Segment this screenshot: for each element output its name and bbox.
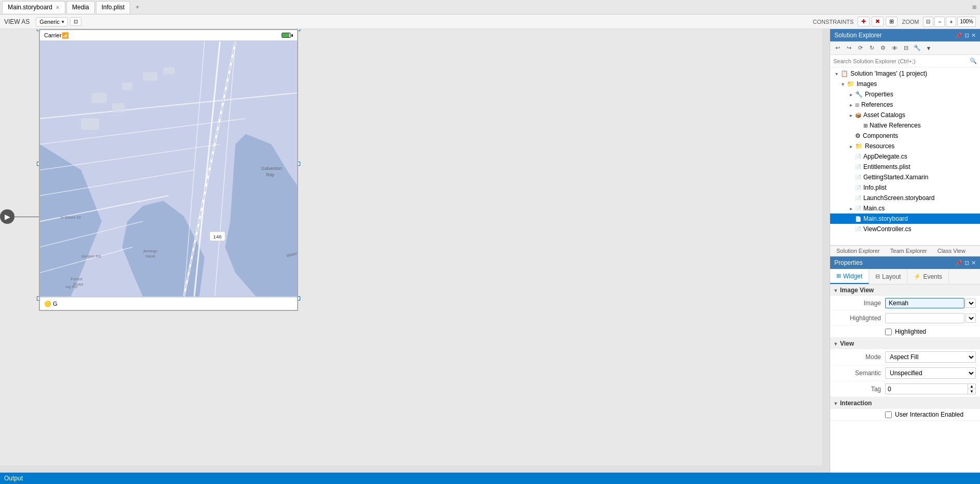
constraints-add-button[interactable]: ✚ [858, 17, 870, 26]
mode-select[interactable]: Aspect Fill Aspect Fit Scale To Fill [885, 351, 976, 363]
image-select[interactable] [965, 298, 976, 308]
se-search-input[interactable] [833, 58, 970, 64]
prop-section-view-header[interactable]: ▾ View [830, 338, 980, 349]
tree-expand-main-cs[interactable] [847, 204, 855, 212]
zoom-in-button[interactable]: + [946, 17, 956, 27]
main-area: ▶ Carrier 📶 [0, 29, 980, 473]
tab-main-storyboard[interactable]: Main.storyboard ✕ [2, 1, 65, 13]
constraints-remove-button[interactable]: ✖ [872, 17, 884, 26]
se-wrench-button[interactable]: 🔧 [912, 43, 922, 53]
tree-item-main-storyboard[interactable]: 📄 Main.storyboard [830, 213, 980, 224]
tree-item-resources[interactable]: 📁 Resources [830, 141, 980, 151]
svg-text:Jennings: Jennings [143, 249, 157, 253]
tag-decrement-button[interactable]: ▼ [968, 389, 975, 394]
view-expand-icon: ▾ [834, 341, 837, 347]
tree-item-viewcontroller[interactable]: 📄 ViewController.cs [830, 224, 980, 234]
se-tab-team-explorer[interactable]: Team Explorer [886, 247, 931, 255]
viewcontroller-icon: 📄 [855, 226, 861, 232]
prop-section-interaction-header[interactable]: ▾ Interaction [830, 397, 980, 409]
tab-media[interactable]: Media [66, 1, 95, 13]
tag-increment-button[interactable]: ▲ [968, 384, 975, 389]
tree-expand-native-references [855, 121, 863, 130]
tree-expand-solution[interactable] [832, 69, 841, 78]
se-tab-solution-explorer[interactable]: Solution Explorer [832, 247, 884, 255]
prop-tab-widget[interactable]: ⊞ Widget [830, 269, 869, 284]
tree-item-launchscreen[interactable]: 📄 LaunchScreen.storyboard [830, 193, 980, 203]
tree-expand-resources[interactable] [847, 142, 855, 150]
constraints-label: CONSTRAINTS [813, 19, 854, 25]
tree-item-native-references[interactable]: ⊞ Native References [830, 120, 980, 131]
view-as-select[interactable]: Generic ▾ [36, 17, 68, 26]
device-frame[interactable]: Carrier 📶 [39, 29, 298, 311]
zoom-fit-button[interactable]: ⊡ [923, 17, 933, 27]
maximize-icon[interactable]: ⊡ [964, 32, 969, 39]
tree-item-solution[interactable]: 📋 Solution 'Images' (1 project) [830, 68, 980, 79]
se-bottom-tabs: Solution Explorer Team Explorer Class Vi… [830, 246, 980, 257]
resources-icon: 📁 [855, 143, 863, 150]
panel-collapse-button[interactable]: ⊞ [971, 4, 978, 10]
se-show-all-button[interactable]: 👁 [889, 43, 900, 53]
tree-expand-images[interactable] [838, 80, 847, 88]
highlighted-checkbox[interactable] [885, 329, 892, 335]
close-panel-icon[interactable]: ✕ [971, 32, 976, 39]
tab-main-storyboard-close[interactable]: ✕ [55, 5, 60, 10]
prop-tab-events[interactable]: ⚡ Events [907, 269, 949, 284]
prop-section-image-view-header[interactable]: ▾ Image View [830, 284, 980, 296]
tree-item-images[interactable]: 📁 Images [830, 79, 980, 89]
tag-input[interactable] [886, 385, 968, 394]
semantic-select[interactable]: Unspecified [885, 367, 976, 379]
tab-info-plist[interactable]: Info.plist [96, 1, 131, 13]
properties-label: Properties [865, 91, 893, 98]
tree-item-entitlements[interactable]: 📄 Entitlements.plist [830, 162, 980, 172]
horizontal-scrollbar[interactable] [0, 465, 830, 473]
aspect-ratio-button[interactable]: ⊡ [70, 17, 81, 26]
tree-expand-properties[interactable] [847, 90, 855, 98]
launchscreen-icon: 📄 [855, 195, 861, 201]
tree-item-main-cs[interactable]: 📄 Main.cs [830, 203, 980, 213]
new-tab-button[interactable]: + [131, 3, 143, 12]
info-plist-label: Info.plist [863, 184, 887, 191]
tree-expand-references[interactable] [847, 101, 855, 109]
se-properties-button[interactable]: ⚙ [878, 43, 888, 53]
se-sync-button[interactable]: ⟳ [855, 43, 865, 53]
prop-maximize-icon[interactable]: ⊡ [964, 260, 969, 266]
solution-label: Solution 'Images' (1 project) [850, 70, 927, 77]
vertical-scrollbar[interactable] [822, 29, 830, 465]
se-refresh-button[interactable]: ↻ [866, 43, 877, 53]
tree-item-app-delegate[interactable]: 📄 AppDelegate.cs [830, 151, 980, 162]
se-filter-button[interactable]: ⊟ [901, 43, 911, 53]
se-back-button[interactable]: ↩ [832, 43, 843, 53]
image-input[interactable] [885, 298, 964, 308]
tree-item-info-plist[interactable]: 📄 Info.plist [830, 182, 980, 193]
storyboard-canvas-area[interactable]: ▶ Carrier 📶 [0, 29, 830, 473]
tree-item-properties[interactable]: 🔧 Properties [830, 89, 980, 99]
se-forward-button[interactable]: ↪ [844, 43, 854, 53]
se-more-button[interactable]: ▼ [923, 43, 934, 53]
pin-icon[interactable]: 📌 [955, 32, 962, 39]
zoom-out-button[interactable]: − [934, 17, 945, 27]
constraints-layout-button[interactable]: ⊞ [886, 17, 898, 26]
se-search-bar[interactable]: 🔍 [830, 55, 980, 67]
prop-close-icon[interactable]: ✕ [971, 260, 976, 266]
prop-panel-icons: 📌 ⊡ ✕ [955, 260, 976, 266]
se-toolbar: ↩ ↪ ⟳ ↻ ⚙ 👁 ⊟ 🔧 ▼ [830, 41, 980, 55]
se-tab-class-view[interactable]: Class View [933, 247, 970, 255]
tree-item-components[interactable]: ⚙ Components [830, 131, 980, 141]
tree-item-getting-started[interactable]: 📄 GettingStarted.Xamarin [830, 172, 980, 182]
prop-tab-layout[interactable]: ⊟ Layout [869, 269, 907, 284]
main-cs-icon: 📄 [855, 206, 861, 211]
search-icon: 🔍 [970, 58, 977, 64]
svg-text:Juniper Rd: Juniper Rd [81, 254, 101, 259]
highlighted-input[interactable] [885, 313, 964, 323]
user-interaction-checkbox[interactable] [885, 411, 892, 418]
tree-item-asset-catalogs[interactable]: 📦 Asset Catalogs [830, 110, 980, 120]
tree-item-references[interactable]: ⊞ References [830, 99, 980, 110]
main-cs-label: Main.cs [863, 205, 885, 212]
constraints-remove-icon: ✖ [875, 18, 880, 24]
tree-expand-asset-catalogs[interactable] [847, 111, 855, 119]
prop-row-semantic: Semantic Unspecified [830, 365, 980, 381]
prop-pin-icon[interactable]: 📌 [955, 260, 962, 266]
highlighted-select[interactable] [965, 314, 976, 323]
zoom-100-button[interactable]: 100% [957, 17, 976, 27]
resources-label: Resources [865, 143, 894, 150]
